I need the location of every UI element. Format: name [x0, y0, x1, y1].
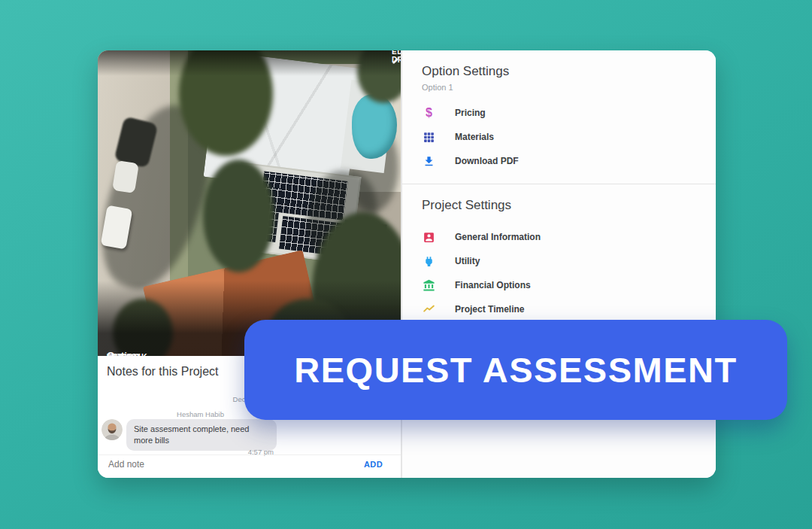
menu-item-general-information[interactable]: General Information: [422, 225, 716, 249]
menu-item-label: Materials: [455, 132, 494, 142]
option-settings-title: Option Settings: [422, 64, 716, 79]
menu-item-download-pdf[interactable]: Download PDF: [422, 149, 716, 173]
add-note-input[interactable]: [107, 458, 260, 470]
option-settings-section: Option Settings Option 1 $ Pricing: [402, 50, 716, 173]
menu-item-label: General Information: [455, 232, 541, 242]
edit-drawing-label: EDIT DRAWING: [392, 50, 401, 64]
module-number-value: LG350Q1K-A5: [107, 352, 150, 356]
menu-item-label: Download PDF: [455, 156, 519, 166]
menu-item-label: Financial Options: [455, 280, 531, 290]
menu-item-utility[interactable]: Utility: [422, 249, 716, 273]
avatar: [102, 419, 123, 440]
bank-icon: [422, 278, 436, 293]
app-background: EDIT DRAWING Option 1 Number of panels: …: [0, 0, 812, 529]
timeline-icon: [422, 303, 436, 317]
parked-car: [112, 160, 139, 193]
plug-icon: [422, 254, 436, 269]
menu-item-pricing[interactable]: $ Pricing: [422, 101, 716, 125]
add-note-row: ADD: [98, 455, 401, 478]
project-settings-title: Project Settings: [422, 198, 716, 213]
request-assessment-button[interactable]: REQUEST ASSESSMENT: [244, 320, 787, 420]
option-settings-subtitle: Option 1: [422, 83, 716, 92]
notes-title: Notes for this Project: [107, 365, 219, 379]
download-icon: [422, 154, 436, 169]
tree: [203, 160, 274, 272]
menu-item-label: Pricing: [455, 108, 486, 118]
menu-item-financial-options[interactable]: Financial Options: [422, 273, 716, 297]
menu-item-label: Project Timeline: [455, 304, 524, 315]
note-message-bubble: Site assesment complete, need more bills: [126, 419, 277, 451]
add-note-button[interactable]: ADD: [359, 459, 387, 470]
top-gradient-overlay: [98, 50, 401, 76]
contact-card-icon: [422, 230, 436, 245]
dollar-icon: $: [422, 106, 436, 120]
aerial-roof-image: EDIT DRAWING Option 1 Number of panels: …: [98, 50, 401, 356]
grid-icon: [422, 130, 436, 144]
menu-item-label: Utility: [455, 256, 480, 266]
menu-item-materials[interactable]: Materials: [422, 125, 716, 149]
menu-item-project-timeline[interactable]: Project Timeline: [422, 297, 716, 321]
